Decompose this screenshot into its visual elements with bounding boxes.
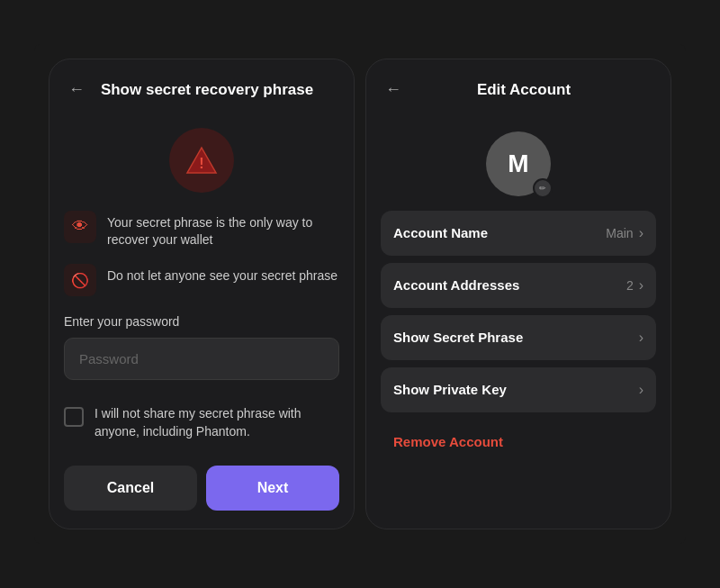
menu-list: Account Name Main › Account Addresses 2 … (366, 211, 670, 470)
checkbox-label: I will not share my secret phrase with a… (94, 405, 339, 440)
account-name-item[interactable]: Account Name Main › (381, 211, 656, 256)
right-screen-title: Edit Account (417, 81, 656, 99)
chevron-icon: › (639, 330, 644, 346)
account-addresses-right: 2 › (626, 277, 644, 294)
right-screen: ← Edit Account M ✏ Account Name Main › (365, 59, 671, 529)
avatar: M ✏ (486, 131, 551, 196)
chevron-icon: › (639, 225, 644, 241)
right-back-button[interactable]: ← (381, 77, 406, 103)
show-secret-phrase-item[interactable]: Show Secret Phrase › (381, 315, 656, 360)
password-input[interactable] (64, 338, 339, 380)
shield-icon-container: 🚫 (64, 264, 96, 296)
chevron-icon: › (639, 382, 644, 398)
avatar-letter: M (508, 149, 528, 178)
account-name-value: Main (606, 226, 633, 240)
account-addresses-item[interactable]: Account Addresses 2 › (381, 263, 656, 308)
warning-triangle-icon: ! (185, 146, 218, 175)
left-back-button[interactable]: ← (64, 77, 89, 103)
avatar-section: M ✏ (366, 113, 670, 211)
account-addresses-label: Account Addresses (393, 277, 519, 293)
svg-text:!: ! (199, 156, 203, 171)
info-text-eye: Your secret phrase is the only way to re… (107, 211, 339, 249)
left-header: ← Show secret recovery phrase (50, 59, 354, 113)
warning-icon-container: ! (50, 113, 354, 211)
left-screen-title: Show secret recovery phrase (100, 81, 339, 99)
account-addresses-value: 2 (626, 278, 634, 293)
remove-account-item[interactable]: Remove Account (381, 420, 656, 465)
button-row: Cancel Next (50, 455, 354, 529)
info-list: 👁 Your secret phrase is the only way to … (50, 211, 354, 296)
password-label: Enter your password (64, 314, 339, 329)
left-screen: ← Show secret recovery phrase ! 👁 Your s… (49, 59, 355, 529)
checkbox-section: I will not share my secret phrase with a… (50, 394, 354, 455)
edit-avatar-button[interactable]: ✏ (533, 178, 553, 198)
password-section: Enter your password (50, 314, 354, 394)
eye-icon-container: 👁 (64, 211, 96, 243)
account-name-right: Main › (606, 225, 644, 241)
eye-icon: 👁 (72, 217, 88, 236)
chevron-icon: › (639, 277, 644, 294)
agree-checkbox[interactable] (64, 407, 84, 427)
show-private-key-label: Show Private Key (393, 382, 507, 397)
warning-circle: ! (169, 128, 234, 193)
show-private-key-item[interactable]: Show Private Key › (381, 367, 656, 412)
show-private-key-right: › (639, 382, 644, 398)
info-item-eye: 👁 Your secret phrase is the only way to … (64, 211, 339, 249)
show-secret-phrase-label: Show Secret Phrase (393, 330, 523, 345)
cancel-button[interactable]: Cancel (64, 466, 197, 511)
pencil-icon: ✏ (539, 184, 546, 193)
next-button[interactable]: Next (206, 466, 339, 511)
no-share-icon: 🚫 (71, 272, 89, 289)
remove-account-label: Remove Account (393, 434, 503, 449)
account-name-label: Account Name (393, 225, 488, 240)
info-item-shield: 🚫 Do not let anyone see your secret phra… (64, 264, 339, 296)
info-text-shield: Do not let anyone see your secret phrase (107, 264, 338, 285)
right-header: ← Edit Account (366, 59, 670, 113)
show-secret-phrase-right: › (639, 330, 644, 346)
screens-container: ← Show secret recovery phrase ! 👁 Your s… (34, 44, 686, 544)
